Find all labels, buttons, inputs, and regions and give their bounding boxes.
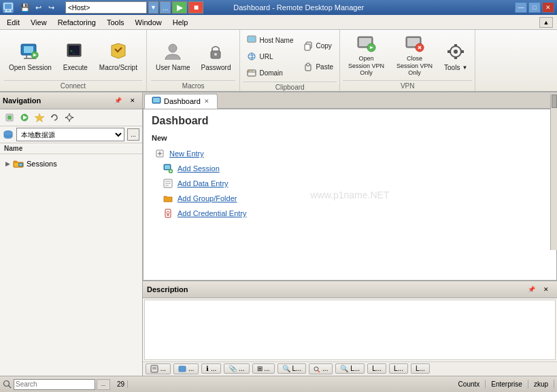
desc-tool-3[interactable]: ℹ ... — [201, 363, 221, 374]
host-stop-btn[interactable]: ■ — [188, 1, 203, 14]
open-vpn-btn[interactable]: Open Session VPN Only — [343, 34, 390, 77]
svg-marker-50 — [35, 113, 44, 122]
title-bar: 💾 ↩ ↪ ▼ ... ▶ ■ Dashboard - Remote Deskt… — [0, 0, 557, 15]
host-action-btn[interactable]: ... — [160, 1, 171, 14]
content-area: Dashboard ✕ Dashboard New — [143, 92, 557, 376]
svg-rect-42 — [454, 44, 457, 47]
nav-pin-btn[interactable]: 📌 — [111, 94, 124, 107]
add-group-link[interactable]: Add Group/Folder — [152, 191, 548, 206]
desc-tool-11[interactable]: L... — [411, 363, 430, 374]
svg-point-83 — [314, 367, 318, 371]
ribbon-group-macros: User Name Password Macros — [147, 30, 240, 91]
menu-help[interactable]: Help — [167, 17, 194, 28]
nav-back-btn[interactable] — [3, 111, 16, 124]
nav-config-btn[interactable] — [63, 111, 76, 124]
username-icon — [162, 41, 184, 63]
qa-undo-btn[interactable]: ↩ — [32, 1, 44, 14]
ribbon-collapse-btn[interactable]: ▲ — [539, 17, 553, 28]
domain-btn[interactable]: Domain — [243, 65, 297, 80]
menu-refactoring[interactable]: Refactoring — [52, 17, 101, 28]
svg-line-84 — [318, 370, 320, 372]
menu-view[interactable]: View — [25, 17, 52, 28]
minimize-btn[interactable]: — — [515, 2, 527, 13]
execute-label: Execute — [63, 64, 88, 71]
desc-tool-5[interactable]: ⊞ ... — [252, 363, 275, 374]
url-btn[interactable]: URL — [243, 49, 297, 64]
add-data-icon — [163, 178, 173, 189]
status-countx: Countx — [453, 380, 486, 389]
desc-tool-1[interactable]: ... — [146, 363, 171, 374]
add-cred-link[interactable]: Add Credential Entry — [152, 206, 548, 221]
macros-group-label: Macros — [151, 80, 235, 90]
paste-label: Paste — [316, 63, 333, 71]
svg-rect-30 — [307, 63, 309, 66]
desc-tool-2[interactable]: ... — [173, 363, 199, 374]
sessions-tree-item[interactable]: ▶ Sessions — [3, 157, 139, 171]
execute-btn[interactable]: >_ Execute — [58, 34, 93, 77]
desc-tool-6[interactable]: 🔍 L... — [277, 363, 307, 374]
domain-icon — [246, 67, 257, 78]
tools-btn[interactable]: Tools ▼ — [439, 34, 472, 77]
url-label: URL — [259, 53, 273, 60]
ribbon-group-connect: Open Session >_ Execute — [0, 30, 147, 91]
username-btn[interactable]: User Name — [151, 34, 195, 77]
dashboard-tab[interactable]: Dashboard ✕ — [144, 94, 218, 109]
dashboard-tab-close[interactable]: ✕ — [203, 98, 210, 105]
url-icon — [246, 51, 257, 62]
qa-redo-btn[interactable]: ↪ — [45, 1, 57, 14]
password-btn[interactable]: Password — [197, 34, 236, 77]
description-panel: Description 📌 ✕ ... ... ℹ ... 📎 ... — [143, 281, 557, 376]
open-session-btn[interactable]: Open Session — [4, 34, 56, 77]
nav-refresh-btn[interactable] — [48, 111, 61, 124]
maximize-btn[interactable]: □ — [528, 2, 541, 13]
desc-tool-4[interactable]: 📎 ... — [224, 363, 249, 374]
host-dropdown-btn[interactable]: ▼ — [148, 1, 158, 14]
desc-close-btn[interactable]: ✕ — [539, 283, 553, 296]
desc-tool-7[interactable]: ... — [309, 363, 333, 374]
desc-tool-8[interactable]: 🔍 L... — [335, 363, 365, 374]
desc-pin-btn[interactable]: 📌 — [524, 283, 538, 296]
host-go-btn[interactable]: ▶ — [172, 1, 187, 14]
tools-dropdown-arrow: ▼ — [462, 65, 467, 71]
paste-btn[interactable]: Paste — [299, 59, 337, 74]
svg-rect-44 — [448, 50, 450, 53]
dashboard-inner: Dashboard New New Entry — [144, 109, 556, 280]
password-label: Password — [201, 64, 231, 71]
dashboard-content: Dashboard New New Entry — [143, 109, 557, 281]
add-session-link[interactable]: Add Session — [152, 161, 548, 176]
macro-btn[interactable]: Macro/Script — [95, 34, 142, 77]
tools-icon — [445, 41, 467, 63]
new-entry-link[interactable]: New Entry — [152, 146, 548, 161]
nav-close-btn[interactable]: ✕ — [126, 94, 139, 107]
datasource-menu-btn[interactable]: ... — [127, 128, 139, 141]
svg-point-76 — [167, 211, 169, 214]
nav-play-btn[interactable] — [18, 111, 31, 124]
desc-toolbar: ... ... ℹ ... 📎 ... ⊞ ... 🔍 L... ... 🔍 L… — [143, 361, 557, 376]
datasource-combo[interactable]: 本地数据源 — [16, 128, 124, 141]
host-input[interactable] — [65, 1, 147, 14]
search-input[interactable] — [14, 379, 95, 390]
nav-star-btn[interactable] — [33, 111, 46, 124]
hostname-btn[interactable]: Host Name — [243, 33, 297, 48]
hostname-icon — [246, 35, 257, 46]
svg-point-24 — [249, 71, 250, 72]
desc-tool-10[interactable]: L... — [389, 363, 408, 374]
copy-btn[interactable]: Copy — [299, 39, 337, 54]
desc-tool-9[interactable]: L... — [367, 363, 386, 374]
close-btn[interactable]: ✕ — [542, 2, 554, 13]
svg-point-16 — [214, 53, 217, 56]
qa-save-btn[interactable]: 💾 — [19, 1, 31, 14]
svg-point-14 — [169, 44, 177, 52]
status-menu-btn[interactable]: ... — [97, 379, 110, 390]
close-vpn-btn[interactable]: Close Session VPN Only — [391, 34, 438, 77]
desc-header: Description 📌 ✕ — [143, 281, 557, 298]
svg-text:>_: >_ — [70, 48, 75, 54]
clipboard-left: Host Name URL — [243, 33, 297, 80]
domain-label: Domain — [259, 69, 282, 77]
add-data-link[interactable]: Add Data Entry — [152, 176, 548, 191]
dashboard-scrollbar[interactable] — [550, 109, 557, 250]
menu-tools[interactable]: Tools — [101, 17, 130, 28]
quick-access-toolbar: 💾 ↩ ↪ — [16, 1, 60, 14]
menu-window[interactable]: Window — [130, 17, 167, 28]
menu-edit[interactable]: Edit — [1, 17, 25, 28]
